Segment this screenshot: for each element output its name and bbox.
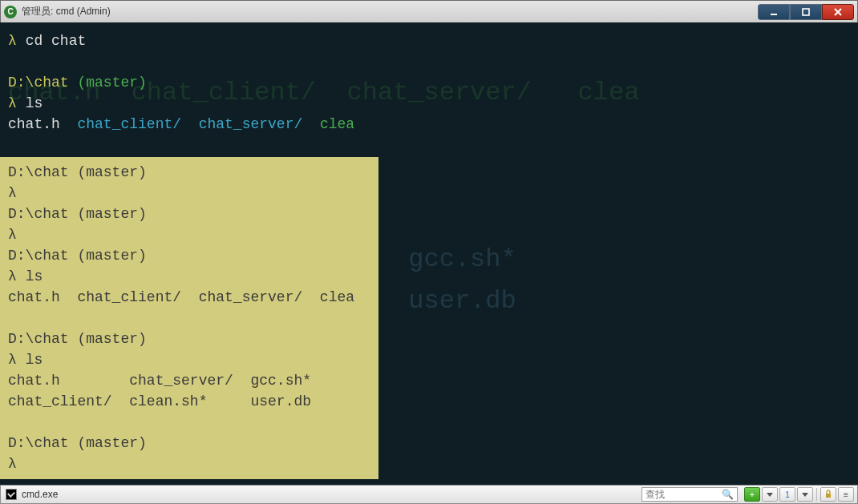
search-input[interactable]: 查找 🔍 (641, 487, 738, 502)
sel-line: chat.h chat_client/ chat_server/ clea (8, 289, 354, 305)
window-title: 管理员: cmd (Admin) (22, 5, 758, 18)
tab-count: 1 (785, 490, 790, 499)
new-tab-dropdown[interactable] (762, 487, 778, 502)
file: chat.h (8, 116, 60, 132)
prompt-symbol: λ (8, 95, 17, 111)
lock-icon (824, 490, 833, 499)
prompt-branch: (master) (77, 75, 146, 91)
title-bar: C 管理员: cmd (Admin) (0, 0, 858, 22)
sel-line: λ (8, 456, 17, 472)
sel-line: chat_client/ clean.sh* user.db (8, 393, 311, 409)
status-icons: + 1 ≡ (741, 487, 857, 502)
chevron-down-icon (802, 493, 808, 497)
maximize-button[interactable] (790, 4, 822, 20)
partial: clea (320, 116, 354, 132)
new-tab-button[interactable]: + (744, 487, 760, 502)
maximize-icon (801, 7, 811, 17)
sel-line: D:\chat (master) (8, 331, 147, 347)
tab-count-dropdown[interactable] (797, 487, 813, 502)
hamburger-icon: ≡ (844, 490, 848, 499)
status-left: cmd.exe (1, 489, 641, 500)
sel-line: λ (8, 268, 17, 284)
app-icon: C (4, 6, 17, 18)
sel-line: chat.h chat_server/ gcc.sh* (8, 373, 311, 389)
svg-rect-1 (803, 9, 809, 15)
sel-line: D:\chat (master) (8, 164, 147, 180)
window-controls (758, 4, 854, 20)
search-icon: 🔍 (722, 489, 734, 500)
prompt-symbol: λ (8, 33, 17, 49)
close-icon (833, 7, 843, 17)
dir: chat_server/ (199, 116, 303, 132)
sel-line: D:\chat (master) (8, 206, 147, 222)
minimize-icon (769, 7, 779, 17)
app-window: C 管理员: cmd (Admin) chat.h chat_client/ c… (0, 0, 858, 504)
status-bar: cmd.exe 查找 🔍 + 1 ≡ (0, 485, 858, 504)
minimize-button[interactable] (758, 4, 790, 20)
sel-line: D:\chat (master) (8, 435, 147, 451)
cmd-cd: cd chat (26, 33, 87, 49)
close-button[interactable] (822, 4, 854, 20)
tab-count-button[interactable]: 1 (779, 487, 795, 502)
sel-line: λ (8, 352, 17, 368)
dir: chat_client/ (77, 116, 181, 132)
tab-label[interactable]: cmd.exe (22, 489, 58, 500)
lock-button[interactable] (820, 487, 836, 502)
svg-rect-0 (771, 14, 777, 15)
menu-button[interactable]: ≡ (838, 487, 854, 502)
search-placeholder: 查找 (646, 488, 665, 502)
selection-block: D:\chat (master) λ D:\chat (master) λ D:… (0, 157, 378, 479)
sel-line: λ (8, 227, 17, 243)
separator (816, 488, 817, 501)
plus-icon: + (750, 490, 755, 499)
terminal[interactable]: chat.h chat_client/ chat_server/ clea D:… (0, 22, 858, 485)
prompt-path: D:\chat (8, 75, 69, 91)
terminal-output: λ cd chat D:\chat (master) λ ls chat.h c… (8, 30, 850, 135)
chevron-down-icon (767, 493, 773, 497)
svg-rect-2 (826, 494, 831, 498)
sel-line: λ (8, 185, 17, 201)
cmd-ls: ls (26, 95, 43, 111)
sel-line: D:\chat (master) (8, 248, 147, 264)
cmd-icon (6, 489, 17, 500)
